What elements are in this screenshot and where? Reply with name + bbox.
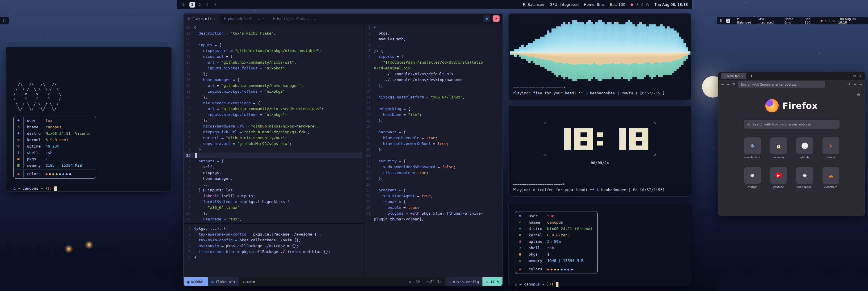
firefox-window[interactable]: ○ New Tab × + — □ × ← → ↻ ↓ ✦ ≡ ⚙ Firefo…: [718, 72, 865, 216]
power-icon[interactable]: ⚡: [825, 19, 827, 22]
downloads-icon[interactable]: ↓: [848, 83, 850, 86]
workspace-4[interactable]: 4: [212, 2, 218, 7]
close-button[interactable]: ×: [859, 75, 861, 78]
extensions-icon[interactable]: ✦: [854, 83, 857, 86]
code-line: 21: [364, 152, 503, 158]
shell-prompt[interactable]: ⌂ → canopus ~ ))): [515, 282, 691, 287]
cava-visualizer-window[interactable]: ======================> Playing: ffee fo…: [508, 13, 691, 100]
newtab-settings-gear-icon[interactable]: ⚙: [857, 93, 860, 97]
maximize-button[interactable]: □: [853, 75, 856, 78]
buffer-close-button[interactable]: ×: [493, 16, 500, 22]
line-number: 13: [364, 106, 374, 112]
back-icon[interactable]: ←: [721, 83, 724, 86]
neovim-window[interactable]: ❄flake.nix×❄pkgs/default...×❄hosts/isoIm…: [183, 13, 503, 286]
firefox-tab-newtab[interactable]: ○ New Tab ×: [721, 73, 746, 79]
tab-close-icon[interactable]: ×: [741, 75, 744, 78]
app-menu-icon[interactable]: ⠿: [720, 19, 723, 23]
app-menu-icon[interactable]: ⠿: [181, 2, 184, 7]
new-tab-button[interactable]: +: [749, 74, 754, 78]
power-profile-module[interactable]: P: Balanced: [737, 17, 754, 24]
terminal-window-left[interactable]: /\ /\ /\ /\ / \ / \ / \ / \ / V V V \ \ …: [5, 47, 172, 192]
editor-tab[interactable]: ❄flake.nix×: [184, 13, 220, 24]
ping-module[interactable]: Home: 6ms: [784, 17, 801, 24]
tab-close-icon[interactable]: ×: [214, 17, 216, 21]
hamburger-menu-icon[interactable]: ≡: [859, 83, 862, 86]
cava-bar: [563, 18, 565, 88]
cava-bar: [579, 18, 582, 88]
editor-tab[interactable]: ❄hosts/isoImag...×: [269, 13, 320, 24]
code-line: 17 hardware = {: [364, 129, 503, 135]
power-icon[interactable]: ⚡: [636, 3, 639, 6]
cava-bar: [607, 18, 609, 88]
code-line: 2 sops-nix.url = "github:Mic92/sops-nix"…: [184, 141, 363, 147]
volume-icon[interactable]: ♪: [642, 3, 644, 6]
editor-tab[interactable]: ❄pkgs/default...×: [220, 13, 269, 24]
shortcut-youtube[interactable]: ▶youtube: [770, 167, 787, 188]
cava-bar: [514, 18, 517, 88]
line-number: 18: [184, 48, 194, 54]
newtab-search-input[interactable]: [744, 120, 840, 129]
code-pane-pkgs[interactable]: 1{pkgs, ...}: {2 tux-awesome-wm-config =…: [184, 224, 363, 278]
battery-module[interactable]: Bat: 100: [610, 2, 625, 7]
app-menu-icon[interactable]: ⠿: [3, 19, 6, 23]
pkgs-icon: ▣: [515, 251, 525, 257]
shortcut-cloudflare[interactable]: ☁cloudflare: [823, 167, 839, 188]
shortcut-amazon[interactable]: aamazon: [770, 137, 787, 159]
record-icon[interactable]: ●: [820, 19, 823, 22]
code-pane-iso[interactable]: 1{2 pkgs,3 modulesPath,4 ...5}: {6 impor…: [364, 24, 503, 278]
workspace-2[interactable]: 2: [197, 2, 203, 7]
cursor: [556, 282, 558, 287]
shortcut-claude[interactable]: ✳claude: [823, 137, 839, 159]
shortcut-search.nixos[interactable]: ❄search.nixos: [744, 137, 761, 159]
lsp-segment: ⚙LSP ~ null-ls: [406, 278, 445, 286]
gpu-module[interactable]: GPU: Integrated: [758, 17, 781, 24]
record-icon[interactable]: ●: [630, 3, 633, 6]
clock-module[interactable]: Thu Aug 08, 18:18: [838, 17, 865, 24]
code-pane-flake[interactable]: 22{21 description = "tux's NixOS Flake";…: [184, 24, 363, 223]
tab-close-icon[interactable]: ×: [262, 17, 265, 21]
workspace-1[interactable]: 1: [189, 2, 195, 7]
nix-file-icon: ❄: [212, 280, 214, 284]
minimize-button[interactable]: —: [847, 75, 850, 78]
gpu-module[interactable]: GPU: Integrated: [550, 2, 579, 7]
search-icon: [747, 122, 749, 125]
buffer-toggle-button[interactable]: ◉: [483, 16, 490, 22]
workspace-1[interactable]: 1: [726, 19, 730, 23]
code-line: 22{: [184, 25, 363, 30]
ping-module[interactable]: Home: 8ms: [584, 2, 604, 7]
reload-icon[interactable]: ↻: [732, 83, 735, 86]
session-icon[interactable]: ○: [832, 19, 835, 22]
battery-module[interactable]: Bat: 100: [805, 17, 817, 24]
fetch-value: tux: [547, 214, 558, 218]
line-number: 8: [184, 199, 194, 205]
code-line: 5 nixos-hardware.url = "github:nixos/nix…: [184, 123, 363, 129]
line-number: 14: [364, 112, 374, 118]
urlbar-input[interactable]: [738, 81, 825, 88]
clock-module[interactable]: Thu Aug 08, 18:18: [654, 2, 688, 7]
forward-icon[interactable]: →: [727, 83, 729, 86]
workspace-3[interactable]: 3: [205, 2, 210, 7]
code-line: 9 "x86_64-linux": [184, 205, 363, 210]
line-number: 2: [184, 231, 194, 237]
cava-bar: [658, 18, 660, 88]
shell-prompt[interactable]: ⌂ → canopus ~ ))): [13, 186, 172, 191]
tab-close-icon[interactable]: ×: [314, 17, 316, 21]
shortcut-chat.openai[interactable]: ✺chat.openai: [796, 167, 813, 188]
terminal-window-right[interactable]: ☻usertux⌂hnamecanopus❄distroNixOS 24.11 …: [508, 202, 691, 286]
shortcut-github[interactable]: github: [796, 137, 813, 159]
session-icon[interactable]: ○: [646, 3, 649, 6]
fetch-value: 6.9.8-zen1: [45, 138, 73, 142]
line-number: 31: [364, 210, 374, 216]
cava-bar: [537, 18, 540, 88]
shortcut-chatgpt[interactable]: ✺chatgpt: [744, 167, 761, 188]
tty-clock-window[interactable]: 08/08/24 ======================> Playing…: [508, 106, 691, 197]
code-line: 23: [184, 152, 363, 158]
power-profile-module[interactable]: P: Balanced: [523, 2, 545, 7]
fastfetch-ascii-art: /\ /\ /\ /\ / \ / \ / \ / \ / V V V \ \ …: [13, 82, 172, 111]
code-line: 6 } @ inputs: let: [184, 187, 363, 193]
mode-label: NORMAL: [191, 280, 205, 284]
volume-icon[interactable]: ♪: [829, 19, 830, 22]
fetch-label: hname: [529, 220, 547, 225]
gear-icon: ⚙: [409, 280, 411, 284]
code-line: 9 nix-vscode-extensions = {: [184, 100, 363, 106]
